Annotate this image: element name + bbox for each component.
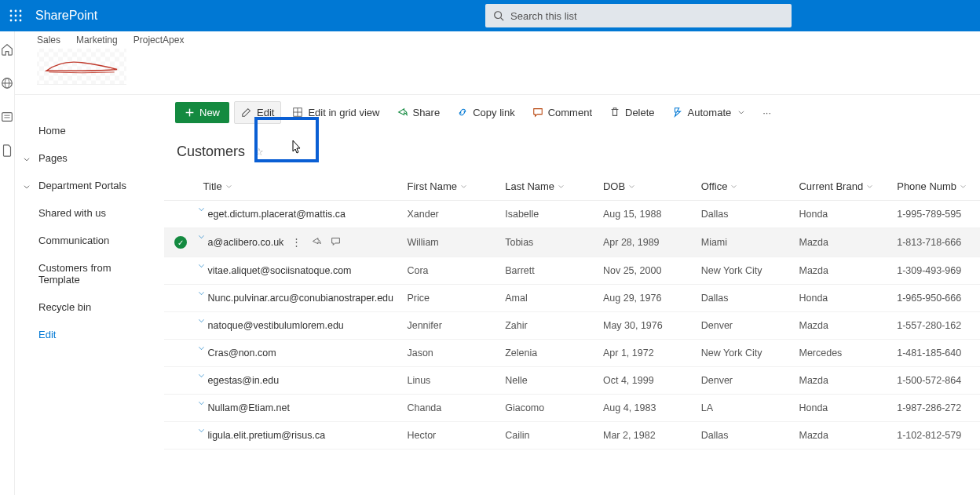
share-icon[interactable] [311,236,321,249]
svg-rect-14 [2,113,13,122]
cell-title[interactable]: natoque@vestibulumlorem.edu [197,312,401,340]
search-box[interactable] [485,4,792,27]
column-header[interactable]: Phone Numb [890,173,980,201]
column-header[interactable]: First Name [400,173,499,201]
svg-point-5 [20,15,22,17]
cell-brand: Mazda [792,257,890,285]
sidebar-item-label: Shared with us [38,207,106,219]
delete-label: Delete [625,107,655,118]
cell-first: Hector [400,422,499,450]
new-label: New [199,107,220,118]
cell-phone: 1-965-950-666 [890,285,980,312]
sidebar-item-recycle-bin[interactable]: Recycle bin [15,293,164,321]
table-row[interactable]: Nunc.pulvinar.arcu@conubianostraper.eduP… [164,285,980,312]
home-icon[interactable] [0,42,14,59]
cell-last: Tobias [499,228,597,257]
more-commands-button[interactable]: ··· [756,102,777,123]
cell-title[interactable]: ligula.elit.pretium@risus.ca [197,422,401,450]
site-header: Sales Marketing ProjectApex [15,31,980,85]
row-select[interactable] [164,422,197,450]
table-row[interactable]: Nullam@Etiam.netChandaGiacomoAug 4, 1983… [164,395,980,422]
cell-first: William [400,228,499,257]
cell-dob: Oct 4, 1999 [597,367,695,395]
cell-brand: Honda [792,201,890,228]
list-title: Customers [177,144,245,160]
column-header[interactable]: Current Brand [792,173,890,201]
cell-dob: Aug 29, 1976 [597,285,695,312]
cell-office: Denver [695,367,793,395]
news-icon[interactable] [0,110,14,126]
row-select[interactable] [164,257,197,285]
cell-title[interactable]: vitae.aliquet@sociisnatoque.com [197,257,401,285]
edit-button[interactable]: Edit [234,101,281,124]
cell-last: Zahir [499,312,597,340]
sidebar-item-customers-from-template[interactable]: Customers from Template [15,254,164,293]
edit-grid-button[interactable]: Edit in grid view [286,102,386,123]
cell-title[interactable]: Nunc.pulvinar.arcu@conubianostraper.edu [197,285,401,312]
checkmark-icon: ✓ [174,236,187,249]
cell-title[interactable]: eget.dictum.placerat@mattis.ca [197,201,401,228]
cell-first: Xander [400,201,499,228]
cell-last: Nelle [499,367,597,395]
share-icon [397,107,408,118]
sidebar-item-shared-with-us[interactable]: Shared with us [15,199,164,227]
globe-icon[interactable] [0,76,14,93]
svg-point-7 [15,20,17,22]
row-select[interactable] [164,201,197,228]
copy-link-button[interactable]: Copy link [451,102,521,123]
table-row[interactable]: Cras@non.comJasonZeleniaApr 1, 1972New Y… [164,340,980,367]
cell-title[interactable]: Cras@non.com [197,340,401,367]
comment-icon[interactable] [331,236,341,249]
cell-brand: Mercedes [792,340,890,367]
cell-title[interactable]: a@aclibero.co.uk⋮ [197,228,401,257]
svg-point-4 [15,15,17,17]
table-row[interactable]: ✓a@aclibero.co.uk⋮WilliamTobiasApr 28, 1… [164,228,980,257]
sidebar-item-department-portals[interactable]: Department Portals [15,172,164,199]
cell-office: Dallas [695,201,793,228]
new-button[interactable]: New [175,102,229,123]
sidebar-item-home[interactable]: Home [15,117,164,144]
hub-link-sales[interactable]: Sales [37,35,60,45]
search-input[interactable] [510,10,784,22]
column-header[interactable]: Office [695,173,793,201]
row-select[interactable] [164,395,197,422]
app-launcher-icon[interactable] [0,0,31,31]
table-row[interactable]: ligula.elit.pretium@risus.caHectorCailin… [164,422,980,450]
column-header[interactable]: Title [197,173,401,201]
sidebar-item-pages[interactable]: Pages [15,144,164,172]
table-row[interactable]: vitae.aliquet@sociisnatoque.comCoraBarre… [164,257,980,285]
cell-brand: Mazda [792,422,890,450]
row-select[interactable] [164,285,197,312]
table-row[interactable]: egestas@in.eduLinusNelleOct 4, 1999Denve… [164,367,980,395]
cell-title[interactable]: Nullam@Etiam.net [197,395,401,422]
files-icon[interactable] [0,144,14,160]
hub-link-projectapex[interactable]: ProjectApex [133,35,185,45]
comment-button[interactable]: Comment [526,102,598,123]
favorite-star-icon[interactable]: ☆ [254,146,264,158]
cell-first: Chanda [400,395,499,422]
row-select[interactable] [164,312,197,340]
cell-title[interactable]: egestas@in.edu [197,367,401,395]
table-row[interactable]: eget.dictum.placerat@mattis.caXanderIsab… [164,201,980,228]
app-name[interactable]: SharePoint [35,9,97,23]
app-bar [0,31,15,495]
more-icon[interactable]: ⋮ [291,236,302,249]
svg-point-6 [10,20,13,22]
nav-edit[interactable]: Edit [15,321,164,348]
hub-link-marketing[interactable]: Marketing [76,35,118,45]
row-select[interactable]: ✓ [164,228,197,257]
row-select[interactable] [164,340,197,367]
share-button[interactable]: Share [390,102,446,123]
automate-button[interactable]: Automate [666,102,752,123]
site-logo[interactable] [37,49,126,85]
cell-office: New York City [695,257,793,285]
delete-button[interactable]: Delete [603,102,661,123]
sidebar-item-communication[interactable]: Communication [15,227,164,254]
chevron-down-icon [737,108,745,116]
column-header[interactable]: Last Name [499,173,597,201]
column-select[interactable] [164,173,197,201]
column-header[interactable]: DOB [597,173,695,201]
table-row[interactable]: natoque@vestibulumlorem.eduJenniferZahir… [164,312,980,340]
row-select[interactable] [164,367,197,395]
chevron-down-icon [23,154,31,166]
